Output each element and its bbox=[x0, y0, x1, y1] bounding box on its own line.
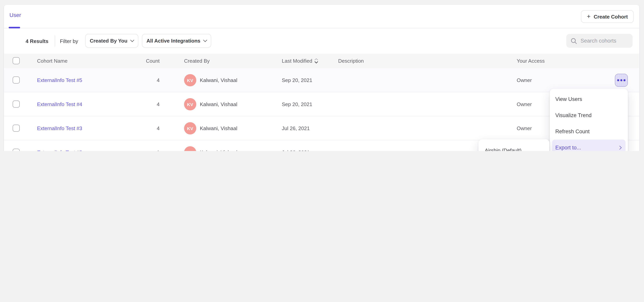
row-actions-menu: View Users Visualize Trend Refresh Count… bbox=[550, 89, 628, 151]
integrations-dropdown-label: All Active Integrations bbox=[146, 38, 200, 44]
table-row[interactable]: ExternalInfo Test #5 4 KV Kalwani, Visha… bbox=[4, 68, 639, 92]
row-checkbox[interactable] bbox=[12, 76, 20, 84]
plus-icon: + bbox=[587, 13, 590, 20]
cohort-name-link[interactable]: ExternalInfo Test #4 bbox=[37, 92, 82, 116]
submenu-item-airship[interactable]: Airship (Default) bbox=[478, 142, 550, 151]
table-body: ExternalInfo Test #5 4 KV Kalwani, Visha… bbox=[4, 68, 639, 151]
integrations-dropdown[interactable]: All Active Integrations bbox=[142, 34, 211, 48]
cohort-count: 4 bbox=[122, 116, 160, 140]
search-cohorts-box[interactable] bbox=[566, 34, 632, 48]
sort-descending-icon[interactable] bbox=[315, 58, 318, 64]
tab-user[interactable]: User bbox=[10, 12, 21, 18]
chevron-down-icon bbox=[130, 38, 134, 42]
results-count: 4 Results bbox=[26, 38, 48, 44]
create-cohort-button[interactable]: + Create Cohort bbox=[581, 10, 634, 23]
divider bbox=[55, 36, 55, 46]
menu-item-refresh-count[interactable]: Refresh Count bbox=[550, 124, 628, 140]
export-submenu: Airship (Default) Marketo (Default) Braz… bbox=[478, 139, 550, 151]
access-level: Owner bbox=[517, 116, 532, 140]
avatar: KV bbox=[184, 146, 196, 151]
header-last-modified[interactable]: Last Modified bbox=[282, 54, 318, 68]
created-by-name: Kalwani, Vishaal bbox=[200, 116, 237, 140]
cohort-count: 1 bbox=[122, 140, 160, 151]
avatar: KV bbox=[184, 74, 196, 86]
header-last-modified-label: Last Modified bbox=[282, 54, 312, 68]
menu-item-view-users[interactable]: View Users bbox=[550, 91, 628, 107]
cohort-count: 4 bbox=[122, 68, 160, 92]
created-by-dropdown-label: Created By You bbox=[90, 38, 127, 44]
tab-bar: User + Create Cohort bbox=[4, 5, 639, 28]
cohort-name-link[interactable]: ExternalInfo Test #5 bbox=[37, 68, 82, 92]
created-by-name: Kalwani, Vishaal bbox=[200, 140, 237, 151]
header-created-by: Created By bbox=[184, 54, 210, 68]
access-level: Owner bbox=[517, 92, 532, 116]
last-modified-date: Jul 26, 2021 bbox=[282, 116, 310, 140]
table-row[interactable]: ExternalInfo Test #4 4 KV Kalwani, Visha… bbox=[4, 92, 639, 116]
avatar: KV bbox=[184, 98, 196, 110]
created-by-name: Kalwani, Vishaal bbox=[200, 68, 237, 92]
select-all-checkbox[interactable] bbox=[12, 57, 20, 64]
active-tab-indicator bbox=[9, 27, 20, 28]
row-checkbox[interactable] bbox=[12, 100, 20, 108]
header-cohort-name: Cohort Name bbox=[37, 54, 68, 68]
created-by-name: Kalwani, Vishaal bbox=[200, 92, 237, 116]
chevron-down-icon bbox=[203, 38, 207, 42]
menu-item-visualize-trend[interactable]: Visualize Trend bbox=[550, 107, 628, 124]
cohort-name-link[interactable]: ExternalInfo Test #2 bbox=[37, 140, 82, 151]
header-description: Description bbox=[338, 54, 364, 68]
avatar: KV bbox=[184, 122, 196, 134]
cohorts-page: User + Create Cohort 4 Results Filter by… bbox=[0, 0, 644, 151]
cohort-name-link[interactable]: ExternalInfo Test #3 bbox=[37, 116, 82, 140]
access-level: Owner bbox=[517, 68, 532, 92]
menu-item-export-to-label: Export to... bbox=[555, 140, 581, 151]
row-checkbox[interactable] bbox=[12, 149, 20, 151]
created-by-dropdown[interactable]: Created By You bbox=[85, 34, 138, 48]
create-cohort-label: Create Cohort bbox=[594, 14, 628, 20]
last-modified-date: Sep 20, 2021 bbox=[282, 92, 312, 116]
header-your-access: Your Access bbox=[517, 54, 545, 68]
last-modified-date: Jul 26, 2021 bbox=[282, 140, 310, 151]
search-icon bbox=[571, 38, 577, 44]
cohorts-panel: User + Create Cohort 4 Results Filter by… bbox=[4, 5, 639, 151]
cohort-count: 4 bbox=[122, 92, 160, 116]
table-header: Cohort Name Count Created By Last Modifi… bbox=[4, 54, 639, 68]
last-modified-date: Sep 20, 2021 bbox=[282, 68, 312, 92]
submenu-chevron-icon bbox=[618, 146, 621, 150]
filter-by-label: Filter by bbox=[60, 38, 78, 44]
row-checkbox[interactable] bbox=[12, 124, 20, 132]
filter-bar: 4 Results Filter by Created By You All A… bbox=[4, 29, 639, 54]
table-row[interactable]: ExternalInfo Test #3 4 KV Kalwani, Visha… bbox=[4, 116, 639, 140]
header-count: Count bbox=[122, 54, 160, 68]
row-actions-button[interactable] bbox=[615, 74, 628, 87]
search-cohorts-input[interactable] bbox=[580, 38, 628, 44]
menu-item-export-to[interactable]: Export to... bbox=[552, 140, 626, 151]
